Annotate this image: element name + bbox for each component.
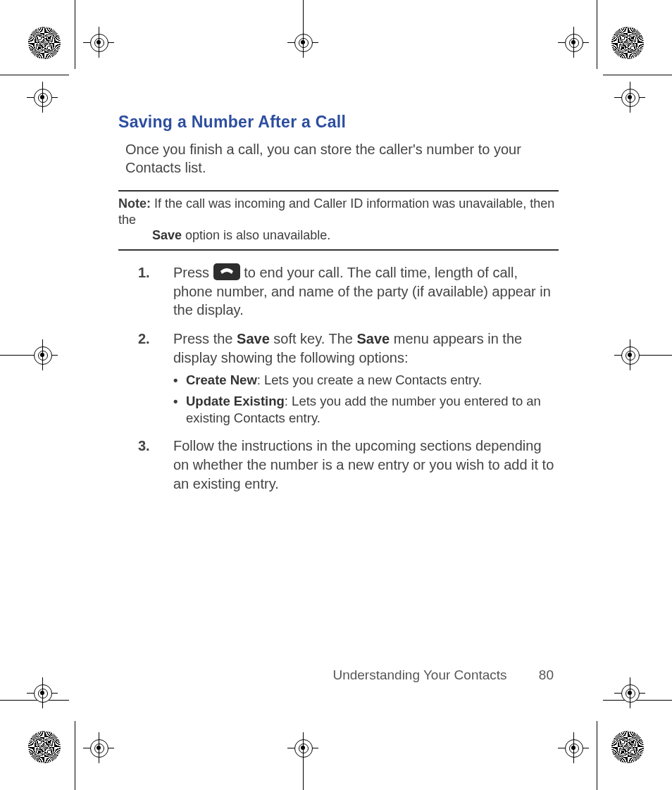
step-number: 2. (138, 330, 150, 349)
note-line1: If the call was incoming and Caller ID i… (118, 196, 554, 227)
step-number: 1. (138, 263, 150, 282)
step-2: 2. Press the Save soft key. The Save men… (138, 330, 559, 427)
section-heading: Saving a Number After a Call (118, 113, 559, 132)
option-update-existing: Update Existing: Lets you add the number… (173, 393, 559, 427)
intro-text: Once you finish a call, you can store th… (125, 140, 552, 177)
reg-crosshair (614, 339, 645, 370)
step-3: 3. Follow the instructions in the upcomi… (138, 437, 559, 493)
steps-list: 1. Press to end your call. The call time… (138, 263, 559, 494)
note-bold: Save (152, 228, 182, 242)
note-rule-bottom (118, 249, 559, 251)
reg-starburst (28, 731, 61, 763)
reg-crosshair (614, 82, 645, 113)
end-call-key-icon (213, 263, 240, 280)
reg-starburst (611, 27, 644, 59)
note-label: Note: (118, 196, 151, 211)
reg-crosshair (83, 732, 114, 763)
note-block: Note: If the call was incoming and Calle… (118, 196, 559, 244)
page-footer: Understanding Your Contacts 80 (332, 667, 554, 683)
reg-crosshair (83, 27, 114, 58)
page-content: Saving a Number After a Call Once you fi… (118, 113, 559, 503)
option-create-new: Create New: Lets you create a new Contac… (173, 372, 559, 389)
note-tail: option is also unavailable. (182, 228, 330, 242)
footer-section: Understanding Your Contacts (332, 667, 506, 682)
reg-crosshair (27, 82, 58, 113)
reg-crosshair (27, 677, 58, 708)
reg-starburst (611, 731, 644, 763)
step-number: 3. (138, 437, 150, 456)
reg-crosshair (558, 27, 589, 58)
step-1: 1. Press to end your call. The call time… (138, 263, 559, 320)
footer-page-number: 80 (539, 667, 554, 683)
reg-starburst (28, 27, 61, 59)
step2-options: Create New: Lets you create a new Contac… (173, 372, 559, 427)
note-rule-top (118, 190, 559, 192)
reg-crosshair (287, 27, 318, 58)
reg-crosshair (558, 732, 589, 763)
reg-crosshair (287, 732, 318, 763)
step1-pre: Press (173, 265, 213, 280)
reg-crosshair (614, 677, 645, 708)
reg-crosshair (27, 339, 58, 370)
